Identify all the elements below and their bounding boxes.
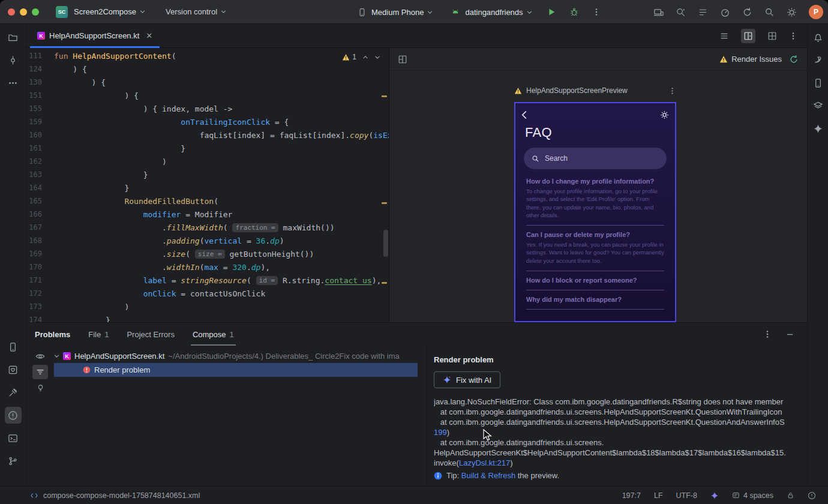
build-tool-button[interactable] bbox=[5, 384, 22, 401]
close-window-button[interactable] bbox=[8, 8, 15, 16]
more-actions-button[interactable] bbox=[592, 8, 601, 16]
code-line[interactable]: 166 modifier = Modifier bbox=[26, 208, 389, 221]
faq-question[interactable]: Why did my match disappear? bbox=[526, 296, 664, 303]
stack-trace-link[interactable]: 199 bbox=[434, 428, 447, 437]
device-manager-tool-button[interactable] bbox=[809, 74, 826, 91]
code-line[interactable]: 163 } bbox=[26, 168, 389, 181]
minimize-window-button[interactable] bbox=[20, 8, 27, 16]
line-ending-widget[interactable]: LF bbox=[654, 491, 663, 500]
notifications-status-icon[interactable] bbox=[808, 491, 816, 500]
editor-list-icon[interactable] bbox=[717, 29, 731, 43]
app-quality-insights-tool-button[interactable] bbox=[5, 361, 22, 378]
tab-options-kebab-icon[interactable] bbox=[789, 32, 797, 40]
terminal-tool-button[interactable] bbox=[5, 430, 22, 446]
code-line[interactable]: 174 } bbox=[26, 313, 389, 322]
code-line[interactable]: 167 .fillMaxWidth( fraction = maxWidth()… bbox=[26, 221, 389, 234]
faq-search-bar[interactable]: Search bbox=[524, 148, 667, 169]
render-issues-button[interactable]: Render Issues bbox=[719, 55, 782, 64]
tab-file[interactable]: File 1 bbox=[88, 323, 109, 346]
tree-issue-row[interactable]: Render problem bbox=[54, 363, 418, 377]
code-line[interactable]: 130 ) { bbox=[26, 76, 389, 89]
back-chevron-icon[interactable] bbox=[521, 111, 527, 119]
project-menu[interactable]: Screen2Compose bbox=[74, 7, 145, 16]
inspection-widget[interactable]: 1 bbox=[342, 53, 380, 61]
code-line[interactable]: 172 onClick = contactUsOnClick bbox=[26, 287, 389, 300]
code-line[interactable]: 162 ) bbox=[26, 155, 389, 168]
preview-phone-frame: FAQ Search How do I change my profile in… bbox=[514, 102, 676, 322]
project-tool-button[interactable] bbox=[5, 29, 22, 46]
code-line[interactable]: 151 ) { bbox=[26, 89, 389, 102]
device-selector[interactable]: Medium Phone bbox=[371, 8, 433, 17]
sync-icon[interactable] bbox=[742, 7, 752, 17]
ai-search-icon[interactable] bbox=[676, 7, 686, 17]
settings-gear-icon[interactable] bbox=[787, 7, 797, 17]
code-line[interactable]: 159 onTrailingIconClick = { bbox=[26, 115, 389, 128]
vcs-menu[interactable]: Version control bbox=[166, 7, 226, 16]
gemini-tool-button[interactable] bbox=[809, 120, 826, 137]
todo-list-icon[interactable] bbox=[698, 7, 708, 17]
code-line[interactable]: 169 .size( size = getButtonHeight()) bbox=[26, 247, 389, 260]
prev-issue-chevron-icon[interactable] bbox=[362, 55, 368, 59]
code-line[interactable]: 171 label = stringResource( id = R.strin… bbox=[26, 274, 389, 287]
resource-manager-tool-button[interactable] bbox=[809, 97, 826, 114]
code-line[interactable]: 164 } bbox=[26, 181, 389, 194]
code-line[interactable]: 165 RoundedFilledButton( bbox=[26, 194, 389, 208]
user-avatar[interactable]: P bbox=[809, 5, 823, 19]
caret-position-widget[interactable]: 197:7 bbox=[622, 491, 641, 500]
editor-scrollbar[interactable] bbox=[383, 230, 388, 257]
preview-layout-icon[interactable] bbox=[398, 55, 407, 64]
device-mirror-icon[interactable] bbox=[653, 7, 664, 17]
version-control-tool-button[interactable] bbox=[5, 452, 22, 469]
debug-button[interactable] bbox=[569, 7, 579, 17]
lock-icon[interactable] bbox=[787, 491, 794, 499]
notifications-button[interactable] bbox=[809, 29, 826, 46]
tree-file-row[interactable]: K HelpAndSupportScreen.kt ~/AndroidStudi… bbox=[54, 349, 421, 363]
run-button[interactable] bbox=[547, 7, 556, 17]
code-line[interactable]: 173 ) bbox=[26, 300, 389, 313]
tab-project-errors[interactable]: Project Errors bbox=[127, 323, 174, 346]
running-devices-tool-button[interactable] bbox=[5, 338, 22, 355]
settings-gear-icon[interactable] bbox=[660, 110, 669, 119]
code-line[interactable]: 155 ) { index, model -> bbox=[26, 102, 389, 115]
chevron-down-icon[interactable] bbox=[54, 354, 59, 358]
code-line[interactable]: 161 } bbox=[26, 142, 389, 155]
indent-widget[interactable]: 4 spaces bbox=[732, 491, 773, 500]
code-line[interactable]: 160 faqList[index] = faqList[index].copy… bbox=[26, 128, 389, 142]
close-tab-icon[interactable]: ✕ bbox=[146, 31, 152, 40]
quick-fix-bulb-icon[interactable] bbox=[32, 380, 48, 395]
code-line[interactable]: 124 ) { bbox=[26, 62, 389, 76]
preview-toggle-eye-icon[interactable] bbox=[32, 349, 48, 364]
zoom-window-button[interactable] bbox=[32, 8, 39, 16]
filter-list-icon[interactable] bbox=[32, 365, 48, 379]
build-refresh-link[interactable]: Build & Refresh bbox=[461, 471, 515, 480]
panel-options-kebab-icon[interactable] bbox=[763, 330, 772, 338]
problems-tool-button[interactable] bbox=[5, 407, 22, 424]
gradle-tool-button[interactable] bbox=[809, 52, 826, 68]
code-line[interactable]: 170 .widthIn(max = 320.dp), bbox=[26, 260, 389, 274]
profiler-icon[interactable] bbox=[720, 7, 730, 17]
faq-question[interactable]: How do I change my profile information? bbox=[526, 178, 664, 185]
faq-question[interactable]: Can I pause or delete my profile? bbox=[526, 231, 664, 238]
preview-options-kebab-icon[interactable] bbox=[668, 87, 676, 95]
commit-tool-button[interactable] bbox=[5, 52, 22, 68]
minimize-panel-icon[interactable] bbox=[786, 331, 794, 338]
encoding-widget[interactable]: UTF-8 bbox=[676, 491, 697, 500]
refresh-preview-icon[interactable] bbox=[789, 55, 799, 64]
detach-editor-icon[interactable] bbox=[765, 29, 779, 43]
ai-spark-icon[interactable] bbox=[710, 491, 719, 500]
stack-trace-link[interactable]: LazyDsl.kt:217 bbox=[459, 458, 510, 467]
faq-question[interactable]: How do I block or report someone? bbox=[526, 277, 664, 284]
fix-with-ai-button[interactable]: Fix with AI bbox=[434, 371, 500, 388]
terminal-icon bbox=[8, 433, 18, 443]
tab-compose[interactable]: Compose 1 bbox=[193, 323, 234, 346]
next-issue-chevron-icon[interactable] bbox=[374, 55, 380, 59]
more-tool-windows-button[interactable] bbox=[5, 74, 22, 91]
code-editor[interactable]: 111fun HelpAndSupportContent(124 ) {130 … bbox=[26, 48, 389, 322]
split-editor-icon[interactable] bbox=[741, 29, 755, 43]
faq-answer: To change your profile information, go t… bbox=[526, 187, 664, 219]
code-line[interactable]: 111fun HelpAndSupportContent( bbox=[26, 49, 389, 62]
run-configuration-selector[interactable]: datingandfriends bbox=[465, 8, 532, 17]
code-line[interactable]: 168 .padding(vertical = 36.dp) bbox=[26, 234, 389, 247]
editor-tab[interactable]: K HelpAndSupportScreen.kt ✕ bbox=[30, 24, 160, 48]
search-icon[interactable] bbox=[764, 7, 775, 17]
